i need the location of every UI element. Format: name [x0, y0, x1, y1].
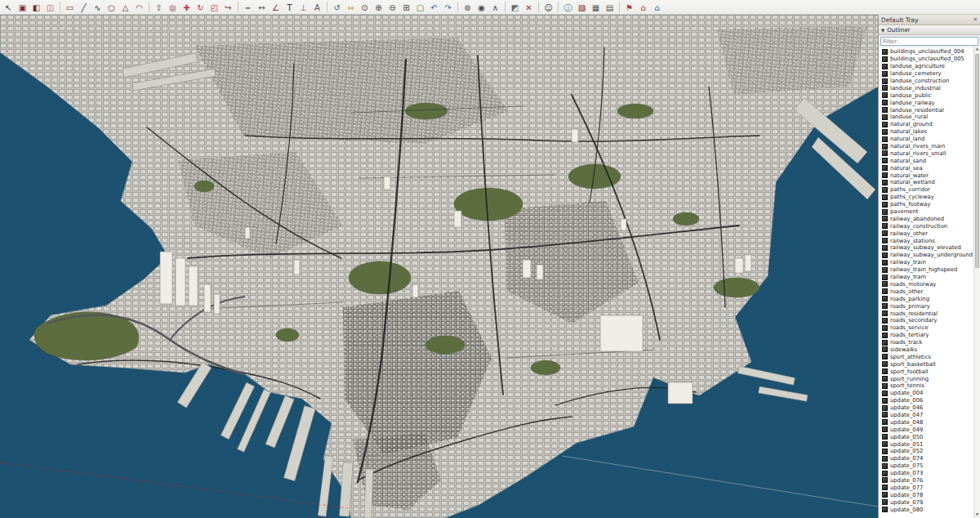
text-icon[interactable]: T [283, 1, 296, 14]
dimension-icon[interactable]: ↔ [256, 1, 269, 14]
outliner-item[interactable]: buildings_unclassified_005 [882, 56, 973, 63]
3d-viewport[interactable] [0, 15, 878, 518]
arc-icon[interactable]: ◠ [133, 1, 146, 14]
outliner-item[interactable]: update_049 [882, 426, 973, 433]
tape-measure-icon[interactable]: ┅ [242, 1, 255, 14]
zoom-extents-icon[interactable]: ▢ [414, 1, 427, 14]
outliner-item[interactable]: landuse_public [882, 92, 973, 99]
outliner-item[interactable]: update_075 [882, 462, 973, 470]
outliner-item[interactable]: landuse_railway [882, 99, 973, 106]
outliner-item[interactable]: sport_running [882, 375, 973, 382]
filter-input[interactable] [880, 37, 978, 46]
outliner-item[interactable]: landuse_rural [882, 114, 973, 121]
outliner-item[interactable]: landuse_construction [882, 78, 973, 85]
outliner-item[interactable]: update_077 [882, 484, 973, 491]
outliner-item[interactable]: roads_track [882, 339, 973, 346]
push-pull-icon[interactable]: ⇧ [153, 1, 166, 14]
next-view-icon[interactable]: ↷ [442, 1, 455, 14]
move-icon[interactable]: ✚ [180, 1, 194, 14]
axes-icon[interactable]: ⊥ [297, 1, 310, 14]
outliner-item[interactable]: roads_primary [882, 302, 973, 310]
outliner-item[interactable]: update_080 [882, 506, 973, 513]
line-icon[interactable]: ╱ [78, 1, 91, 14]
outliner-item[interactable]: update_073 [882, 470, 973, 477]
scroll-down-icon[interactable]: ▼ [974, 511, 980, 518]
follow-me-icon[interactable]: ↪ [222, 1, 235, 14]
extension-warehouse-icon[interactable]: ⌂ [651, 1, 664, 14]
zoom-out-icon[interactable]: ⊖ [386, 1, 399, 14]
previous-view-icon[interactable]: ↶ [428, 1, 441, 14]
outliner-item[interactable]: roads_motorway [882, 281, 973, 288]
pan-icon[interactable]: ⇔ [345, 1, 358, 14]
materials-icon[interactable]: ▨ [576, 1, 589, 14]
outliner-item[interactable]: update_046 [882, 404, 973, 412]
close-icon[interactable]: ✕ [973, 16, 978, 23]
offset-icon[interactable]: ◎ [167, 1, 180, 14]
outliner-item[interactable]: railway_construction [882, 222, 973, 230]
outliner-item[interactable]: sport_athletics [882, 353, 973, 360]
zoom-window-icon[interactable]: ⊞ [400, 1, 413, 14]
outliner-item[interactable]: update_078 [882, 491, 973, 498]
outliner-item[interactable]: paths_footway [882, 201, 973, 208]
outliner-item[interactable]: landuse_agriculture [882, 63, 973, 70]
outliner-item[interactable]: roads_other [882, 288, 973, 295]
outliner-item[interactable]: update_076 [882, 477, 973, 485]
outliner-item[interactable]: railway_abandoned [882, 215, 973, 222]
outliner-item[interactable]: railway_subway_elevated [882, 244, 973, 252]
outliner-item[interactable]: sport_basketball [882, 360, 973, 368]
add-location-icon[interactable]: ⚑ [623, 1, 636, 14]
outliner-item[interactable]: paths_cycleway [882, 194, 973, 201]
outliner-item[interactable]: natural_rivers_main [882, 143, 973, 150]
outliner-item[interactable]: natural_ground [882, 121, 973, 128]
outliner-item[interactable]: railway_tram [882, 274, 973, 281]
outliner-item[interactable]: sport_football [882, 368, 973, 375]
outliner-item[interactable]: railway_other [882, 230, 973, 237]
look-around-icon[interactable]: ◉ [475, 1, 488, 14]
outliner-item[interactable]: update_004 [882, 390, 973, 397]
outliner-item[interactable]: sport_tennis [882, 382, 973, 390]
delete-guides-icon[interactable]: ✕ [523, 1, 536, 14]
outliner-item[interactable]: railway_subway_underground [882, 252, 973, 259]
rotate-icon[interactable]: ↻ [194, 1, 207, 14]
freehand-icon[interactable]: ∿ [91, 1, 105, 14]
outliner-item[interactable]: update_079 [882, 498, 973, 506]
outliner-item[interactable]: natural_sand [882, 157, 973, 164]
position-camera-icon[interactable]: ⊚ [461, 1, 474, 14]
3d-text-icon[interactable]: A [311, 1, 324, 14]
outliner-item[interactable]: roads_residential [882, 310, 973, 317]
outliner-item[interactable]: update_050 [882, 433, 973, 440]
outliner-item[interactable]: railway_stations [882, 237, 973, 244]
walk-icon[interactable]: ∧ [489, 1, 502, 14]
select-icon[interactable]: ↖ [2, 1, 16, 14]
scale-icon[interactable]: ◰ [208, 1, 221, 14]
outliner-item[interactable]: update_074 [882, 455, 973, 462]
scrollbar-thumb[interactable] [975, 54, 979, 268]
outliner-item[interactable]: update_047 [882, 412, 973, 419]
zoom-icon[interactable]: ⊙ [359, 1, 372, 14]
tray-title-bar[interactable]: Default Tray ✕ [879, 15, 980, 25]
zoom-in-icon[interactable]: ⊕ [372, 1, 385, 14]
outliner-item[interactable]: railway_train_highspeed [882, 266, 973, 274]
rectangle-icon[interactable]: ▭ [64, 1, 77, 14]
outliner-header[interactable]: ▼ Outliner [879, 25, 980, 35]
outliner-item[interactable]: natural_wetland [882, 179, 973, 186]
account-icon[interactable]: ☺ [542, 1, 555, 14]
outliner-item[interactable]: natural_sea [882, 164, 973, 172]
orbit-icon[interactable]: ↺ [331, 1, 344, 14]
3d-warehouse-icon[interactable]: ⌂ [637, 1, 650, 14]
outliner-item[interactable]: landuse_residential [882, 106, 973, 114]
outliner-item[interactable]: natural_land [882, 136, 973, 143]
make-component-icon[interactable]: ▣ [16, 1, 29, 14]
outliner-item[interactable]: natural_water [882, 172, 973, 179]
outliner-item[interactable]: landuse_industrial [882, 84, 973, 92]
outliner-item[interactable]: roads_tertiary [882, 332, 973, 339]
outliner-item[interactable]: update_006 [882, 397, 973, 404]
model-canvas[interactable] [0, 15, 878, 518]
eraser-icon[interactable]: ◫ [44, 1, 57, 14]
outliner-item[interactable]: roads_secondary [882, 317, 973, 324]
outliner-item[interactable]: roads_service [882, 324, 973, 332]
outliner-item[interactable]: update_051 [882, 440, 973, 448]
section-plane-icon[interactable]: ◩ [509, 1, 522, 14]
polygon-icon[interactable]: △ [119, 1, 132, 14]
model-info-icon[interactable]: ⓘ [562, 1, 575, 14]
